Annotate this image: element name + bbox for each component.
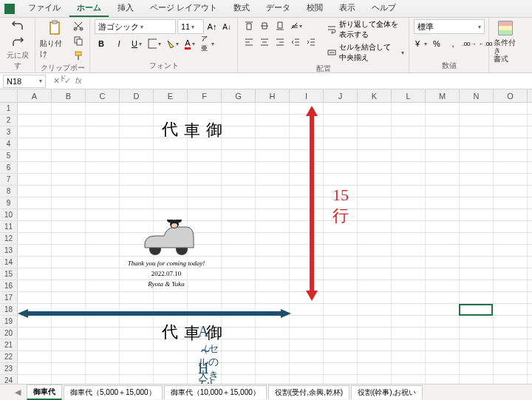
col-header-N[interactable]: N — [460, 89, 494, 102]
cell[interactable] — [154, 162, 188, 173]
cell[interactable] — [392, 339, 426, 350]
cell[interactable] — [256, 197, 290, 209]
row-header-17[interactable]: 17 — [0, 292, 18, 303]
conditional-format-button[interactable]: 条件付き 書式 — [494, 19, 517, 63]
cell[interactable] — [324, 186, 358, 197]
number-format-select[interactable]: 標準▾ — [414, 19, 485, 34]
cell[interactable] — [290, 209, 324, 220]
cell[interactable] — [154, 197, 188, 209]
border-icon[interactable]: ▾ — [148, 37, 161, 50]
cell[interactable] — [324, 375, 358, 384]
cell[interactable] — [154, 316, 188, 327]
row-header-23[interactable]: 23 — [0, 363, 18, 374]
cell[interactable] — [222, 280, 256, 291]
cell[interactable] — [86, 375, 120, 384]
cell[interactable] — [256, 245, 290, 256]
cell[interactable] — [324, 268, 358, 279]
cell[interactable] — [120, 174, 154, 185]
undo-icon[interactable] — [11, 19, 24, 33]
cell[interactable] — [324, 316, 358, 327]
cell[interactable] — [426, 233, 460, 244]
row-header-1[interactable]: 1 — [0, 103, 18, 114]
cell[interactable] — [460, 150, 494, 161]
cell[interactable] — [222, 304, 256, 315]
row-header-19[interactable]: 19 — [0, 316, 18, 327]
cell[interactable] — [460, 209, 494, 220]
col-header-L[interactable]: L — [392, 89, 426, 102]
cell[interactable] — [188, 245, 222, 256]
decrease-indent-icon[interactable] — [289, 35, 302, 49]
cell[interactable] — [290, 316, 324, 327]
cell[interactable] — [460, 233, 494, 244]
cell[interactable] — [494, 115, 528, 126]
fill-color-icon[interactable]: ▾ — [166, 37, 179, 50]
cell[interactable] — [392, 103, 426, 114]
cell[interactable] — [392, 257, 426, 268]
font-family-select[interactable]: 游ゴシック▾ — [95, 19, 176, 34]
cell[interactable] — [86, 186, 120, 197]
cell[interactable] — [52, 257, 86, 268]
col-header-E[interactable]: E — [154, 89, 188, 102]
cell[interactable] — [426, 316, 460, 327]
name-box[interactable]: N18▾ — [3, 75, 46, 88]
cell[interactable] — [222, 103, 256, 114]
increase-decimal-icon[interactable]: .00→ — [463, 37, 476, 50]
align-middle-icon[interactable] — [258, 19, 271, 33]
cell[interactable] — [392, 233, 426, 244]
cell[interactable] — [86, 115, 120, 126]
cell[interactable] — [154, 280, 188, 291]
cell[interactable] — [358, 316, 392, 327]
cell[interactable] — [222, 221, 256, 232]
cell[interactable] — [18, 292, 52, 303]
cell[interactable] — [222, 115, 256, 126]
cell[interactable] — [188, 339, 222, 350]
cell[interactable] — [18, 363, 52, 374]
cell[interactable] — [154, 245, 188, 256]
tab-file[interactable]: ファイル — [21, 0, 68, 17]
cell[interactable] — [358, 245, 392, 256]
sheet-tab-1[interactable]: 御車代 — [27, 384, 62, 400]
cell[interactable] — [426, 328, 460, 339]
cell[interactable] — [188, 138, 222, 149]
cell[interactable] — [324, 280, 358, 291]
row-header-21[interactable]: 21 — [0, 339, 18, 350]
cell[interactable] — [460, 115, 494, 126]
cell[interactable] — [426, 245, 460, 256]
cell[interactable] — [358, 115, 392, 126]
phonetic-icon[interactable]: ア亜▾ — [201, 37, 214, 50]
cell[interactable] — [460, 328, 494, 339]
cell[interactable] — [494, 268, 528, 279]
cell[interactable] — [426, 186, 460, 197]
cell[interactable] — [358, 221, 392, 232]
cell[interactable] — [256, 221, 290, 232]
cell[interactable] — [120, 245, 154, 256]
row-header-24[interactable]: 24 — [0, 375, 18, 384]
cell[interactable] — [222, 339, 256, 350]
row-header-13[interactable]: 13 — [0, 245, 18, 256]
cell[interactable] — [154, 150, 188, 161]
cell[interactable] — [52, 115, 86, 126]
cell[interactable] — [426, 209, 460, 220]
cell[interactable] — [494, 162, 528, 173]
cell[interactable] — [358, 197, 392, 209]
italic-icon[interactable]: I — [112, 37, 126, 50]
format-painter-icon[interactable] — [72, 49, 85, 62]
row-header-14[interactable]: 14 — [0, 257, 18, 268]
col-header-A[interactable]: A — [18, 89, 52, 102]
cell[interactable] — [324, 138, 358, 149]
cell[interactable] — [18, 103, 52, 114]
cell[interactable] — [86, 257, 120, 268]
cell[interactable] — [18, 115, 52, 126]
cell[interactable] — [154, 209, 188, 220]
tab-review[interactable]: 校閲 — [299, 0, 330, 17]
cell[interactable] — [256, 339, 290, 350]
cell[interactable] — [392, 186, 426, 197]
cell[interactable] — [86, 126, 120, 138]
increase-font-icon[interactable]: A↑ — [205, 20, 219, 33]
cell[interactable] — [52, 375, 86, 384]
cell[interactable] — [358, 150, 392, 161]
cell[interactable] — [290, 115, 324, 126]
cell[interactable] — [324, 221, 358, 232]
cell[interactable] — [188, 115, 222, 126]
cell[interactable] — [290, 197, 324, 209]
